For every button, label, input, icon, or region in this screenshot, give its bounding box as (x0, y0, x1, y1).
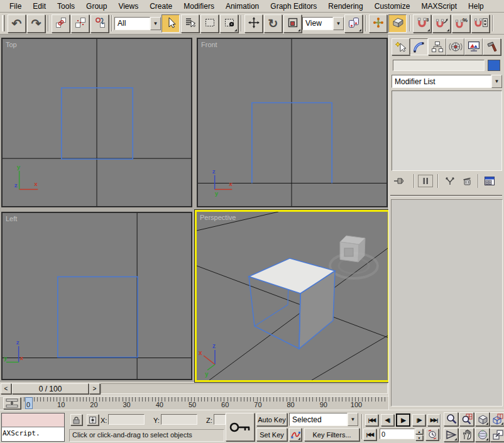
pin-stack-button[interactable] (392, 175, 407, 187)
menu-modifiers[interactable]: Modifiers (178, 1, 220, 12)
menu-file[interactable]: File (4, 1, 27, 12)
key-filters-button[interactable]: Key Filters... (304, 428, 359, 441)
dropdown-arrow-icon[interactable]: ▼ (491, 75, 502, 88)
zoom-all-button[interactable] (459, 412, 474, 426)
menu-help[interactable]: Help (463, 1, 490, 12)
frame-spinner[interactable]: ▲ ▼ (415, 429, 423, 440)
x-coordinate-field[interactable] (108, 414, 145, 425)
snaps-toggle-3d-button[interactable]: 3 (413, 14, 431, 33)
select-object-button[interactable] (162, 14, 180, 33)
dropdown-arrow-icon[interactable]: ▼ (348, 413, 358, 426)
auto-key-button[interactable]: Auto Key (256, 413, 287, 426)
select-and-manipulate-button[interactable] (369, 14, 387, 33)
default-tangent-button[interactable] (289, 428, 302, 441)
time-slider-next-button[interactable]: > (89, 383, 100, 394)
modifier-stack-list[interactable] (392, 90, 502, 171)
zoom-extents-button[interactable] (475, 412, 490, 426)
tab-motion[interactable] (446, 38, 464, 55)
use-pivot-point-center-button[interactable] (344, 14, 363, 33)
go-to-end-button[interactable]: ▶▶| (427, 414, 441, 426)
viewport-left[interactable]: Left z y x (1, 212, 192, 380)
angle-snap-toggle-button[interactable] (432, 14, 451, 33)
dropdown-arrow-icon[interactable]: ▼ (333, 17, 344, 30)
key-mode-toggle-button[interactable]: |◀◀ (363, 429, 376, 440)
z-coordinate-field[interactable] (214, 414, 226, 425)
open-mini-curve-editor-button[interactable] (3, 397, 21, 409)
maxscript-mini-listener[interactable]: AXScript. (1, 413, 65, 442)
previous-frame-button[interactable]: ◀|| (381, 414, 394, 426)
menu-graph-editors[interactable]: Graph Editors (265, 1, 322, 12)
spinner-down-icon[interactable]: ▼ (415, 435, 423, 440)
tab-display[interactable] (464, 38, 483, 55)
menu-tools[interactable]: Tools (52, 1, 80, 12)
select-and-link-button[interactable] (52, 14, 70, 33)
time-slider-thumb[interactable]: 0 / 100 (12, 383, 89, 394)
next-frame-button[interactable]: ||▶ (412, 414, 425, 426)
tab-hierarchy[interactable] (428, 38, 446, 55)
viewport-top[interactable]: Top y z x (1, 38, 192, 207)
selection-set-dropdown[interactable]: Selected ▼ (289, 413, 358, 426)
menu-views[interactable]: Views (112, 1, 144, 12)
window-crossing-toggle-button[interactable] (220, 14, 238, 33)
select-and-rotate-button[interactable]: ↻ (264, 14, 282, 33)
percent-snap-toggle-button[interactable]: % (452, 14, 470, 33)
menu-animation[interactable]: Animation (220, 1, 265, 12)
modifier-list-dropdown[interactable]: Modifier List ▼ (392, 75, 502, 88)
y-coordinate-field[interactable] (161, 414, 197, 425)
maxscript-listener-field[interactable]: AXScript. (2, 427, 64, 441)
time-slider-track[interactable] (101, 383, 388, 394)
undo-button[interactable]: ↶ (8, 14, 26, 33)
select-and-scale-button[interactable] (283, 14, 302, 33)
field-of-view-button[interactable] (444, 428, 458, 442)
rectangular-selection-region-button[interactable] (200, 14, 219, 33)
go-to-start-button[interactable]: |◀◀ (365, 414, 378, 426)
selection-lock-toggle[interactable] (70, 414, 82, 425)
object-name-field[interactable] (393, 60, 485, 71)
table-wireframe-front[interactable] (252, 102, 332, 183)
time-slider-prev-button[interactable]: < (1, 383, 11, 394)
pan-button[interactable] (459, 428, 474, 442)
redo-button[interactable]: ↷ (27, 14, 45, 33)
play-button[interactable]: ▶ (396, 413, 410, 427)
min-max-toggle-button[interactable] (490, 428, 504, 442)
zoom-extents-all-button[interactable] (490, 412, 504, 426)
absolute-offset-mode-toggle[interactable] (87, 414, 99, 425)
current-frame-field[interactable] (380, 429, 415, 439)
toolbar-grip[interactable] (2, 15, 5, 31)
menu-edit[interactable]: Edit (27, 1, 52, 12)
menu-create[interactable]: Create (144, 1, 178, 12)
tab-utilities[interactable] (483, 38, 501, 55)
tab-modify[interactable] (410, 38, 428, 55)
configure-modifier-sets-button[interactable] (482, 175, 497, 187)
zoom-button[interactable] (444, 412, 458, 426)
select-by-name-button[interactable] (181, 14, 199, 33)
menu-customize[interactable]: Customize (369, 1, 416, 12)
show-end-result-button[interactable] (418, 175, 433, 187)
object-color-swatch[interactable] (488, 60, 500, 71)
selection-filter-dropdown[interactable]: All ▼ (114, 17, 161, 30)
arc-rotate-button[interactable] (475, 428, 490, 442)
dropdown-arrow-icon[interactable]: ▼ (150, 17, 161, 30)
spinner-snap-toggle-button[interactable] (471, 14, 490, 33)
set-keys-button[interactable] (226, 413, 255, 441)
menu-rendering[interactable]: Rendering (322, 1, 368, 12)
set-key-button[interactable]: Set Key (256, 428, 287, 441)
spinner-up-icon[interactable]: ▲ (415, 429, 423, 434)
bind-to-space-warp-button[interactable] (90, 14, 109, 33)
reference-coordinate-system-dropdown[interactable]: View ▼ (302, 17, 344, 30)
track-bar[interactable]: 0102030405060708090100 (0, 396, 388, 409)
macro-recorder-field[interactable] (2, 413, 64, 427)
viewport-perspective[interactable]: Perspective (195, 210, 390, 382)
ghost-cube[interactable] (330, 236, 378, 278)
time-configuration-button[interactable] (425, 429, 439, 440)
make-unique-button[interactable] (442, 175, 457, 187)
keyboard-shortcut-override-toggle[interactable] (388, 14, 407, 33)
viewport-front[interactable]: Front z y x (197, 38, 388, 207)
tab-create[interactable] (392, 38, 410, 55)
menu-maxscript[interactable]: MAXScript (415, 1, 463, 12)
table-wireframe-left[interactable] (58, 276, 138, 357)
select-and-move-button[interactable] (244, 14, 263, 33)
remove-modifier-button[interactable] (459, 175, 474, 187)
unlink-selection-button[interactable] (71, 14, 89, 33)
table-object-perspective[interactable] (249, 258, 335, 349)
